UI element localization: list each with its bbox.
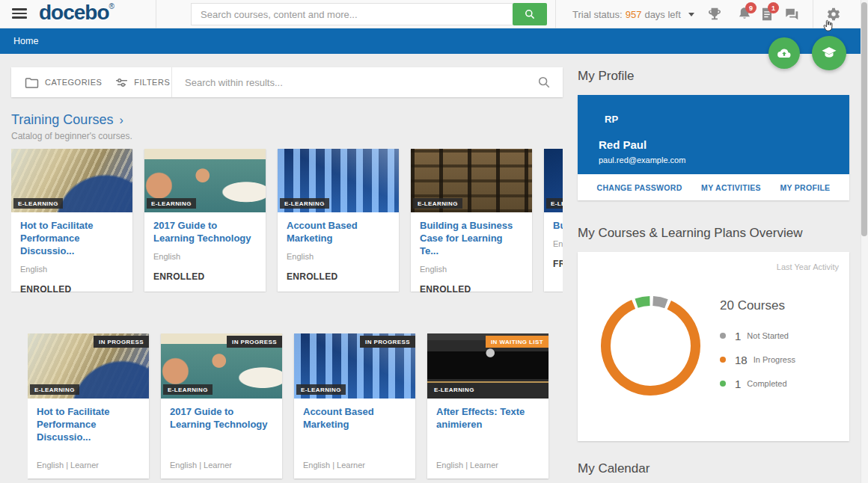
course-card-body: 2017 Guide to Learning TechnologyEnglish…	[144, 212, 266, 282]
legend-count: 18	[735, 354, 748, 366]
main-menu-bar: Home	[0, 28, 868, 54]
legend-dot	[720, 381, 726, 387]
news-count-badge: 1	[768, 2, 779, 13]
training-courses-heading[interactable]: Training Courses›	[11, 112, 123, 128]
donut-segment-not-started	[653, 301, 667, 304]
course-title[interactable]: Hot to Facilitate Performance Discussio.…	[20, 220, 123, 258]
content-type-badge: E-LEARNING	[147, 198, 196, 209]
course-card[interactable]: E-LEARNINGHot to Facilitate Performance …	[11, 149, 132, 292]
page-scrollbar[interactable]	[861, 0, 868, 483]
folder-icon	[25, 77, 39, 88]
nav-home-link[interactable]: Home	[13, 28, 38, 54]
course-card[interactable]: E-LEARNINGBusiness Ethics and...EnglishF…	[544, 149, 563, 292]
courses-fab-button[interactable]	[812, 36, 846, 70]
progress-state-badge: IN WAITING LIST	[486, 336, 548, 348]
last-year-activity-label: Last Year Activity	[777, 262, 839, 271]
content-type-badge: E-LEARNING	[296, 384, 346, 395]
my-courses-row: IN PROGRESSE-LEARNINGHot to Facilitate P…	[28, 333, 551, 480]
content-type-badge: E-LEARNING	[280, 198, 329, 209]
legend-count: 1	[735, 378, 741, 390]
legend-label: In Progress	[754, 355, 795, 364]
scrollbar-thumb[interactable]	[861, 2, 867, 236]
course-language: English	[420, 265, 523, 274]
donut-segment-completed	[637, 301, 650, 304]
courses-overview-card: Last Year Activity 20 Courses 1Not Start…	[578, 252, 849, 441]
hamburger-menu-icon[interactable]	[12, 8, 27, 20]
my-profile-link[interactable]: MY PROFILE	[780, 183, 830, 192]
news-button[interactable]: 1	[759, 6, 777, 24]
admin-menu-button[interactable]	[825, 6, 843, 24]
enrollment-status: ENROLLED	[287, 271, 390, 282]
course-title[interactable]: After Effects: Texte animieren	[436, 406, 540, 431]
profile-card-header: RP Red Paul paul.red@example.com	[578, 95, 849, 174]
trial-status-dropdown[interactable]: Trial status: 957 days left	[572, 0, 694, 28]
donut-legend: 20 Courses 1Not Started18In Progress1Com…	[720, 298, 795, 396]
content-type-badge: E-LEARNING	[163, 384, 213, 395]
classroom-thumbnail-image: IN PROGRESSE-LEARNING	[161, 333, 282, 399]
course-footer: English | Learner	[436, 461, 498, 470]
enrollment-status: FREE	[553, 259, 563, 269]
upload-fab-button[interactable]	[768, 37, 800, 69]
registered-mark: ®	[109, 2, 114, 10]
content-type-badge: E-LEARNING	[413, 198, 462, 209]
categories-button[interactable]: CATEGORIES	[25, 77, 102, 88]
catalog-subtitle: Catalog of beginner's courses.	[11, 131, 132, 141]
legend-label: Not Started	[747, 331, 789, 340]
course-title[interactable]: Hot to Facilitate Performance Discussio.…	[37, 406, 140, 444]
graduation-cap-icon	[820, 44, 838, 62]
course-card[interactable]: E-LEARNINGAccount Based MarketingEnglish…	[278, 149, 399, 292]
global-search-input[interactable]	[192, 4, 513, 25]
header-divider	[156, 0, 156, 28]
catalog-filter-bar: CATEGORIES FILTERS	[11, 67, 563, 97]
progress-state-badge: IN PROGRESS	[360, 336, 415, 348]
legend-item: 1Not Started	[720, 324, 795, 348]
course-title[interactable]: 2017 Guide to Learning Technology	[170, 406, 273, 431]
avatar-initials: RP	[605, 114, 618, 125]
course-card-body: After Effects: Texte animieren	[427, 399, 548, 431]
chevron-right-icon: ›	[119, 114, 123, 126]
filters-button[interactable]: FILTERS	[115, 78, 170, 87]
search-icon[interactable]	[537, 76, 551, 89]
search-icon	[524, 8, 536, 20]
legend-item: 1Completed	[720, 372, 795, 396]
course-card-body: Hot to Facilitate Performance Discussio.…	[11, 212, 132, 292]
my-activities-link[interactable]: MY ACTIVITIES	[701, 183, 761, 192]
legend-dot	[720, 333, 726, 339]
messages-button[interactable]	[783, 6, 801, 24]
course-card[interactable]: IN PROGRESSE-LEARNINGHot to Facilitate P…	[28, 333, 149, 479]
course-title[interactable]: Business Ethics and...	[553, 220, 563, 233]
course-card[interactable]: E-LEARNINGBuilding a Business Case for L…	[411, 149, 532, 292]
enrollment-status: ENROLLED	[20, 284, 123, 292]
course-card[interactable]: IN PROGRESSE-LEARNING2017 Guide to Learn…	[161, 333, 282, 479]
course-card[interactable]: IN PROGRESSE-LEARNINGAccount Based Marke…	[294, 333, 415, 479]
gamification-button[interactable]	[706, 6, 724, 24]
wheat-bowl-thumbnail-image: IN PROGRESSE-LEARNING	[28, 333, 149, 399]
search-within-results-input[interactable]	[173, 67, 532, 97]
search-button[interactable]	[513, 3, 547, 25]
course-card-body: Account Based MarketingEnglishENROLLED	[278, 212, 399, 282]
course-title[interactable]: Account Based Marketing	[287, 220, 390, 245]
change-password-link[interactable]: CHANGE PASSWORD	[597, 183, 682, 192]
course-card[interactable]: E-LEARNING2017 Guide to Learning Technol…	[144, 149, 266, 292]
course-footer: English | Learner	[303, 461, 365, 470]
course-title[interactable]: Account Based Marketing	[303, 406, 406, 431]
top-header: docebo® Trial status: 957 days left 9 1	[0, 0, 868, 28]
legend-dot	[720, 357, 726, 363]
course-title[interactable]: Building a Business Case for Learning Te…	[420, 220, 523, 258]
total-courses-label: 20 Courses	[720, 298, 795, 313]
profile-email: paul.red@example.com	[599, 156, 685, 164]
course-card-body: Hot to Facilitate Performance Discussio.…	[28, 399, 149, 444]
course-language: English	[153, 252, 257, 261]
course-title[interactable]: 2017 Guide to Learning Technology	[153, 220, 257, 245]
course-card[interactable]: IN WAITING LISTE-LEARNINGAfter Effects: …	[427, 333, 548, 479]
legend-count: 1	[735, 330, 741, 342]
docebo-logo[interactable]: docebo®	[39, 1, 114, 25]
my-profile-heading: My Profile	[578, 69, 635, 84]
wheat-bowl-thumbnail-image: E-LEARNING	[11, 149, 132, 212]
bar-chart-thumbnail-image: E-LEARNING	[278, 149, 399, 212]
notification-count-badge: 9	[745, 2, 757, 13]
enrollment-status: ENROLLED	[153, 271, 257, 282]
notifications-button[interactable]: 9	[736, 6, 754, 24]
warehouse-thumbnail-image: E-LEARNING	[411, 149, 532, 212]
donut-segment-in-progress	[606, 304, 696, 390]
